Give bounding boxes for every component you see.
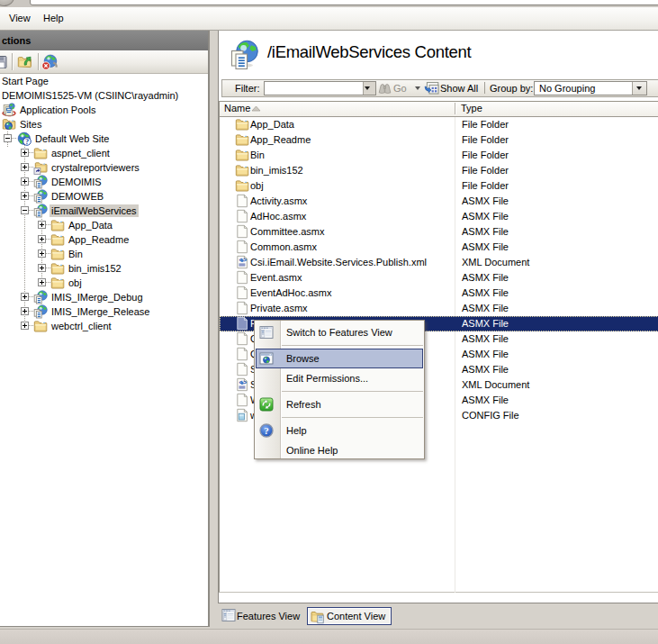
tree-item-start-page[interactable]: Start Page	[0, 74, 208, 88]
filter-input[interactable]	[264, 81, 376, 95]
tree-item-crystalreportviewers[interactable]: crystalreportviewers	[0, 160, 208, 175]
connections-tree: Start PageDEMOIMIS1525-VM (CSIINC\rayadm…	[0, 74, 208, 625]
show-all-icon	[424, 81, 439, 95]
list-row[interactable]: Committee.asmxASMX File	[220, 224, 658, 240]
features-view-icon	[259, 325, 274, 340]
folder-icon	[235, 178, 249, 193]
tree-item-app-data[interactable]: App_Data	[0, 218, 208, 232]
context-menu-item-label: Refresh	[286, 395, 321, 414]
back-button-partial[interactable]	[0, 0, 14, 6]
list-row[interactable]: < > Csi.iEmail.Website.Services.Publish.…	[220, 255, 658, 270]
collapse-icon[interactable]	[4, 134, 12, 142]
tree-item-default-web-site[interactable]: ?Default Web Site	[0, 132, 208, 146]
collapse-icon[interactable]	[21, 206, 29, 214]
list-row[interactable]: Activity.asmxASMX File	[220, 194, 658, 209]
context-menu-item-switch-to-features-view[interactable]: Switch to Features View	[256, 322, 423, 342]
expand-icon[interactable]	[21, 149, 29, 157]
expand-icon[interactable]	[38, 278, 46, 286]
save-connections-icon[interactable]	[0, 55, 7, 69]
create-connection-icon[interactable]	[17, 54, 32, 69]
expand-icon[interactable]	[21, 163, 29, 171]
tree-item-label: Start Page	[2, 75, 49, 87]
svg-text:>: >	[243, 379, 247, 385]
remove-connection-icon[interactable]	[41, 54, 59, 70]
tree-item-obj[interactable]: obj	[0, 276, 208, 290]
column-header-name[interactable]: Name	[220, 102, 460, 115]
list-row[interactable]: Event.asmxASMX File	[220, 270, 658, 286]
tree-item-demoweb[interactable]: DEMOWEB	[0, 189, 208, 204]
expand-icon[interactable]	[21, 322, 29, 330]
context-menu-item-online-help[interactable]: Online Help	[256, 440, 423, 460]
tree-item-imis-imerge-debug[interactable]: IMIS_IMerge_Debug	[0, 290, 208, 304]
list-row[interactable]: App_DataFile Folder	[220, 117, 658, 132]
tree-item-imis-imerge-release[interactable]: IMIS_IMerge_Release	[0, 304, 208, 319]
tree-item-bin-imis152[interactable]: bin_imis152	[0, 261, 208, 276]
filter-dropdown-button[interactable]	[363, 82, 375, 95]
expand-icon[interactable]	[38, 235, 46, 243]
tree-item-demoimis1525-vm-csiinc-rayadmin-[interactable]: DEMOIMIS1525-VM (CSIINC\rayadmin)	[0, 88, 208, 103]
file-type: ASMX File	[462, 195, 509, 208]
expand-icon[interactable]	[38, 221, 46, 229]
list-row[interactable]: objFile Folder	[220, 178, 658, 194]
context-menu-item-help[interactable]: ?Help	[256, 421, 423, 440]
file-type: XML Document	[462, 256, 529, 269]
tree-item-iemailwebservices[interactable]: iEmailWebServices	[0, 204, 208, 218]
expand-icon[interactable]	[21, 192, 29, 200]
context-menu-item-browse[interactable]: Browse	[256, 349, 423, 368]
group-by-dropdown-button[interactable]	[632, 82, 646, 95]
tree-item-webctrl-client[interactable]: webctrl_client	[0, 319, 208, 333]
context-menu-item-edit-permissions-[interactable]: Edit Permissions...	[256, 368, 423, 388]
menu-bar: ViewHelp	[0, 7, 658, 31]
context-menu-item-refresh[interactable]: Refresh	[256, 395, 423, 414]
list-row[interactable]: Common.asmxASMX File	[220, 240, 658, 255]
menu-view[interactable]: View	[3, 7, 37, 30]
file-type: ASMX File	[462, 332, 509, 346]
web-app-icon	[33, 290, 48, 304]
expand-icon[interactable]	[38, 249, 46, 258]
tree-item-label: webctrl_client	[51, 320, 112, 332]
help-icon: ?	[259, 423, 274, 438]
tree-item-sites[interactable]: Sites	[0, 117, 208, 132]
filter-toolbar: Filter: Go Show All Group by: No Groupin…	[221, 79, 658, 97]
expand-icon[interactable]	[21, 177, 29, 186]
menu-help[interactable]: Help	[37, 7, 70, 30]
tree-item-application-pools[interactable]: Application Pools	[0, 103, 208, 117]
status-bar	[0, 629, 658, 644]
tree-item-label: App_Data	[68, 219, 113, 231]
tab-content-view[interactable]: Content View	[307, 607, 392, 625]
filter-label: Filter:	[235, 80, 260, 96]
expand-icon[interactable]	[38, 264, 46, 272]
context-menu-item-label: Online Help	[286, 440, 338, 460]
page-icon	[235, 240, 249, 254]
context-menu: Switch to Features View BrowseEdit Permi…	[254, 320, 425, 459]
list-row[interactable]: BinFile Folder	[220, 148, 658, 163]
connections-panel: ctions Start PageDEMOIMIS1525-VM (CSIINC…	[0, 31, 210, 627]
tree-item-aspnet-client[interactable]: aspnet_client	[0, 146, 208, 160]
file-type: ASMX File	[462, 348, 509, 361]
file-name: Activity.asmx	[250, 195, 307, 208]
file-name: Event.asmx	[250, 271, 302, 285]
connections-header: ctions	[0, 31, 208, 50]
list-row[interactable]: App_ReadmeFile Folder	[220, 132, 658, 148]
group-by-select[interactable]: No Grouping	[534, 81, 647, 95]
expand-icon[interactable]	[21, 307, 29, 315]
expand-icon[interactable]	[21, 293, 29, 301]
list-row[interactable]: AdHoc.asmxASMX File	[220, 209, 658, 224]
tree-item-app-readme[interactable]: App_Readme	[0, 232, 208, 247]
folder-icon	[33, 146, 48, 160]
column-header-type[interactable]: Type	[456, 102, 658, 115]
toolbar-separator	[12, 53, 14, 70]
show-all-button[interactable]: Show All	[424, 81, 482, 95]
go-options-dropdown[interactable]	[415, 86, 420, 90]
go-button[interactable]: Go	[378, 81, 423, 95]
tree-item-label: DEMOWEB	[51, 190, 104, 203]
list-row[interactable]: EventAdHoc.asmxASMX File	[220, 286, 658, 301]
address-box-partial[interactable]	[30, 0, 658, 5]
list-row[interactable]: bin_imis152File Folder	[220, 163, 658, 178]
tree-item-bin[interactable]: Bin	[0, 247, 208, 261]
context-menu-item-label: Edit Permissions...	[286, 368, 368, 388]
folder-icon	[33, 319, 48, 333]
group-by-label: Group by:	[490, 80, 533, 96]
list-row[interactable]: Private.asmxASMX File	[220, 301, 658, 316]
tree-item-demoimis[interactable]: DEMOIMIS	[0, 175, 208, 189]
